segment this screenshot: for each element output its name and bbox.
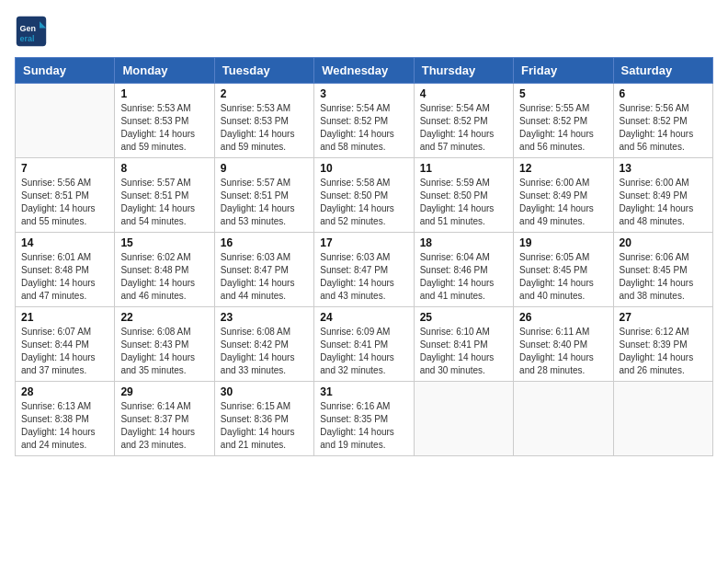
sunrise-text: Sunrise: 5:54 AM bbox=[320, 102, 407, 115]
sunset-text: Sunset: 8:41 PM bbox=[420, 339, 507, 351]
daylight-minutes-text: and 26 minutes. bbox=[620, 364, 707, 377]
day-number: 6 bbox=[620, 87, 707, 100]
sunrise-text: Sunrise: 5:58 AM bbox=[320, 177, 407, 190]
sunset-text: Sunset: 8:48 PM bbox=[21, 264, 108, 277]
daylight-text: Daylight: 14 hours bbox=[21, 277, 108, 290]
day-info: Sunrise: 5:56 AMSunset: 8:51 PMDaylight:… bbox=[21, 177, 108, 228]
daylight-minutes-text: and 32 minutes. bbox=[320, 364, 407, 377]
daylight-minutes-text: and 21 minutes. bbox=[221, 439, 308, 452]
daylight-minutes-text: and 51 minutes. bbox=[420, 215, 507, 228]
day-number: 20 bbox=[620, 236, 707, 249]
sunrise-text: Sunrise: 6:08 AM bbox=[120, 326, 208, 339]
sunset-text: Sunset: 8:52 PM bbox=[519, 115, 607, 128]
calendar-cell: 7Sunrise: 5:56 AMSunset: 8:51 PMDaylight… bbox=[16, 158, 115, 233]
day-info: Sunrise: 5:54 AMSunset: 8:52 PMDaylight:… bbox=[320, 102, 407, 154]
calendar-cell bbox=[414, 382, 513, 456]
daylight-text: Daylight: 14 hours bbox=[519, 277, 607, 290]
daylight-minutes-text: and 43 minutes. bbox=[320, 290, 407, 303]
day-info: Sunrise: 6:07 AMSunset: 8:44 PMDaylight:… bbox=[21, 326, 108, 377]
calendar-cell: 28Sunrise: 6:13 AMSunset: 8:38 PMDayligh… bbox=[16, 382, 115, 456]
day-number: 1 bbox=[120, 87, 208, 100]
day-number: 12 bbox=[519, 162, 607, 175]
daylight-text: Daylight: 14 hours bbox=[120, 202, 208, 215]
day-info: Sunrise: 5:59 AMSunset: 8:50 PMDaylight:… bbox=[420, 177, 507, 228]
daylight-minutes-text: and 46 minutes. bbox=[120, 290, 208, 303]
daylight-text: Daylight: 14 hours bbox=[519, 128, 607, 141]
day-info: Sunrise: 6:09 AMSunset: 8:41 PMDaylight:… bbox=[320, 326, 407, 377]
day-number: 4 bbox=[420, 87, 507, 100]
sunset-text: Sunset: 8:52 PM bbox=[620, 115, 707, 128]
day-info: Sunrise: 6:10 AMSunset: 8:41 PMDaylight:… bbox=[420, 326, 507, 377]
sunset-text: Sunset: 8:47 PM bbox=[320, 264, 407, 277]
calendar-cell: 21Sunrise: 6:07 AMSunset: 8:44 PMDayligh… bbox=[16, 307, 115, 382]
daylight-minutes-text: and 58 minutes. bbox=[320, 141, 407, 154]
daylight-minutes-text: and 23 minutes. bbox=[120, 439, 208, 452]
sunrise-text: Sunrise: 6:03 AM bbox=[221, 251, 308, 264]
sunset-text: Sunset: 8:46 PM bbox=[420, 264, 507, 277]
sunset-text: Sunset: 8:50 PM bbox=[320, 190, 407, 202]
calendar-cell: 17Sunrise: 6:03 AMSunset: 8:47 PMDayligh… bbox=[314, 233, 414, 307]
daylight-minutes-text: and 56 minutes. bbox=[620, 141, 707, 154]
day-number: 26 bbox=[519, 311, 607, 324]
calendar-cell: 20Sunrise: 6:06 AMSunset: 8:45 PMDayligh… bbox=[613, 233, 712, 307]
day-number: 9 bbox=[221, 162, 308, 175]
day-info: Sunrise: 5:57 AMSunset: 8:51 PMDaylight:… bbox=[120, 177, 208, 228]
day-info: Sunrise: 6:00 AMSunset: 8:49 PMDaylight:… bbox=[519, 177, 607, 228]
day-number: 24 bbox=[320, 311, 407, 324]
day-number: 25 bbox=[420, 311, 507, 324]
sunset-text: Sunset: 8:37 PM bbox=[120, 413, 208, 426]
daylight-minutes-text: and 19 minutes. bbox=[320, 439, 407, 452]
day-info: Sunrise: 6:14 AMSunset: 8:37 PMDaylight:… bbox=[120, 400, 208, 452]
daylight-text: Daylight: 14 hours bbox=[620, 277, 707, 290]
sunset-text: Sunset: 8:53 PM bbox=[221, 115, 308, 128]
sunset-text: Sunset: 8:38 PM bbox=[21, 413, 108, 426]
day-number: 10 bbox=[320, 162, 407, 175]
calendar-cell: 23Sunrise: 6:08 AMSunset: 8:42 PMDayligh… bbox=[214, 307, 313, 382]
page-header: Gen eral bbox=[15, 15, 713, 48]
daylight-minutes-text: and 49 minutes. bbox=[519, 215, 607, 228]
day-number: 15 bbox=[120, 236, 208, 249]
daylight-minutes-text: and 54 minutes. bbox=[120, 215, 208, 228]
day-info: Sunrise: 6:03 AMSunset: 8:47 PMDaylight:… bbox=[320, 251, 407, 303]
sunset-text: Sunset: 8:41 PM bbox=[320, 339, 407, 351]
calendar-cell: 4Sunrise: 5:54 AMSunset: 8:52 PMDaylight… bbox=[414, 84, 513, 158]
sunrise-text: Sunrise: 6:14 AM bbox=[120, 400, 208, 413]
day-number: 17 bbox=[320, 236, 407, 249]
calendar-week-row: 28Sunrise: 6:13 AMSunset: 8:38 PMDayligh… bbox=[16, 382, 713, 456]
daylight-text: Daylight: 14 hours bbox=[120, 277, 208, 290]
daylight-text: Daylight: 14 hours bbox=[221, 128, 308, 141]
weekday-header-monday: Monday bbox=[115, 58, 214, 84]
sunrise-text: Sunrise: 6:07 AM bbox=[21, 326, 108, 339]
day-info: Sunrise: 6:00 AMSunset: 8:49 PMDaylight:… bbox=[620, 177, 707, 228]
weekday-header-saturday: Saturday bbox=[613, 58, 712, 84]
sunrise-text: Sunrise: 6:00 AM bbox=[620, 177, 707, 190]
calendar-week-row: 14Sunrise: 6:01 AMSunset: 8:48 PMDayligh… bbox=[16, 233, 713, 307]
day-number: 16 bbox=[221, 236, 308, 249]
daylight-text: Daylight: 14 hours bbox=[620, 128, 707, 141]
daylight-text: Daylight: 14 hours bbox=[21, 426, 108, 439]
calendar-cell: 18Sunrise: 6:04 AMSunset: 8:46 PMDayligh… bbox=[414, 233, 513, 307]
sunrise-text: Sunrise: 5:53 AM bbox=[120, 102, 208, 115]
daylight-text: Daylight: 14 hours bbox=[620, 351, 707, 364]
calendar-cell: 24Sunrise: 6:09 AMSunset: 8:41 PMDayligh… bbox=[314, 307, 414, 382]
sunset-text: Sunset: 8:52 PM bbox=[320, 115, 407, 128]
day-info: Sunrise: 5:53 AMSunset: 8:53 PMDaylight:… bbox=[221, 102, 308, 154]
calendar-week-row: 1Sunrise: 5:53 AMSunset: 8:53 PMDaylight… bbox=[16, 84, 713, 158]
calendar-cell: 26Sunrise: 6:11 AMSunset: 8:40 PMDayligh… bbox=[514, 307, 613, 382]
day-info: Sunrise: 5:53 AMSunset: 8:53 PMDaylight:… bbox=[120, 102, 208, 154]
day-number: 21 bbox=[21, 311, 108, 324]
sunset-text: Sunset: 8:36 PM bbox=[221, 413, 308, 426]
daylight-text: Daylight: 14 hours bbox=[120, 128, 208, 141]
calendar-cell: 8Sunrise: 5:57 AMSunset: 8:51 PMDaylight… bbox=[115, 158, 214, 233]
day-info: Sunrise: 6:12 AMSunset: 8:39 PMDaylight:… bbox=[620, 326, 707, 377]
daylight-minutes-text: and 48 minutes. bbox=[620, 215, 707, 228]
calendar-cell: 14Sunrise: 6:01 AMSunset: 8:48 PMDayligh… bbox=[16, 233, 115, 307]
sunrise-text: Sunrise: 6:00 AM bbox=[519, 177, 607, 190]
day-number: 7 bbox=[21, 162, 108, 175]
day-number: 5 bbox=[519, 87, 607, 100]
sunset-text: Sunset: 8:51 PM bbox=[21, 190, 108, 202]
calendar-cell: 10Sunrise: 5:58 AMSunset: 8:50 PMDayligh… bbox=[314, 158, 414, 233]
calendar-cell: 19Sunrise: 6:05 AMSunset: 8:45 PMDayligh… bbox=[514, 233, 613, 307]
daylight-minutes-text: and 56 minutes. bbox=[519, 141, 607, 154]
daylight-minutes-text: and 38 minutes. bbox=[620, 290, 707, 303]
